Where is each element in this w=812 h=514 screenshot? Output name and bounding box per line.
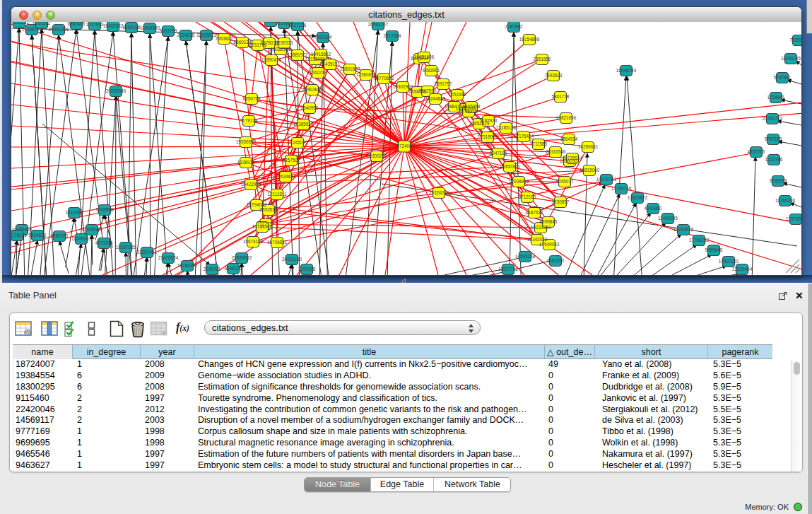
svg-text:5862590: 5862590 <box>419 88 437 93</box>
svg-text:11890415: 11890415 <box>261 57 281 62</box>
svg-text:7051698: 7051698 <box>449 92 466 97</box>
svg-text:14168360: 14168360 <box>252 224 273 229</box>
svg-text:9787189: 9787189 <box>765 136 782 141</box>
svg-text:1060238: 1060238 <box>310 70 327 75</box>
svg-text:8950025: 8950025 <box>51 233 69 238</box>
svg-text:7893523: 7893523 <box>545 73 563 78</box>
svg-text:11440395: 11440395 <box>658 216 678 221</box>
svg-text:5182974: 5182974 <box>480 118 498 123</box>
svg-text:20930932: 20930932 <box>232 255 252 260</box>
svg-text:15674106: 15674106 <box>243 239 264 244</box>
svg-text:6193352: 6193352 <box>33 22 51 25</box>
svg-text:13520484: 13520484 <box>732 267 753 271</box>
svg-text:12342033: 12342033 <box>527 237 548 242</box>
svg-text:8963198: 8963198 <box>123 25 141 30</box>
svg-text:10784292: 10784292 <box>177 263 198 268</box>
svg-text:19350306: 19350306 <box>500 164 520 169</box>
svg-text:10821696: 10821696 <box>556 115 577 120</box>
svg-text:5767691: 5767691 <box>774 75 792 80</box>
svg-text:2351856: 2351856 <box>534 57 551 62</box>
svg-text:16815060: 16815060 <box>579 168 600 173</box>
svg-text:7357224: 7357224 <box>314 35 332 40</box>
svg-text:18291145: 18291145 <box>781 56 801 61</box>
svg-text:4871109: 4871109 <box>95 240 113 245</box>
svg-text:5708319: 5708319 <box>460 109 478 114</box>
svg-text:16244848: 16244848 <box>425 96 446 101</box>
svg-text:19634832: 19634832 <box>276 174 296 179</box>
svg-text:11249063: 11249063 <box>71 236 91 241</box>
svg-text:10365919: 10365919 <box>293 122 314 127</box>
svg-text:12111811: 12111811 <box>267 192 286 197</box>
svg-text:16706811: 16706811 <box>267 240 287 245</box>
svg-text:18794082: 18794082 <box>247 202 267 207</box>
svg-text:7591757: 7591757 <box>435 81 452 86</box>
svg-text:11176276: 11176276 <box>11 233 27 238</box>
svg-text:6982485: 6982485 <box>68 22 86 26</box>
svg-text:13185138: 13185138 <box>496 125 517 130</box>
svg-text:2417384: 2417384 <box>384 33 401 38</box>
svg-text:9499648: 9499648 <box>705 247 723 252</box>
svg-text:4342860: 4342860 <box>645 206 662 211</box>
svg-text:21903632: 21903632 <box>302 87 323 92</box>
svg-text:7535001: 7535001 <box>790 37 801 42</box>
svg-text:6047195: 6047195 <box>490 151 507 156</box>
svg-text:4652290: 4652290 <box>547 258 565 263</box>
svg-text:14101131: 14101131 <box>11 22 29 25</box>
svg-text:7179138: 7179138 <box>240 118 258 123</box>
svg-text:10293676: 10293676 <box>673 227 694 232</box>
svg-text:21470524: 21470524 <box>158 255 179 260</box>
svg-text:17318905: 17318905 <box>478 134 498 139</box>
svg-text:1316094: 1316094 <box>66 210 83 215</box>
svg-text:10055605: 10055605 <box>12 227 33 232</box>
svg-text:21435151: 21435151 <box>320 62 341 66</box>
svg-text:12008946: 12008946 <box>509 179 529 184</box>
svg-text:21761722: 21761722 <box>763 116 783 121</box>
svg-text:4487522: 4487522 <box>526 210 543 215</box>
svg-text:18156086: 18156086 <box>305 57 326 62</box>
svg-text:2553539: 2553539 <box>260 207 278 212</box>
svg-text:7663822: 7663822 <box>216 36 233 41</box>
svg-text:9824650: 9824650 <box>29 233 47 238</box>
svg-text:2524238: 2524238 <box>177 33 195 37</box>
svg-text:20421180: 20421180 <box>282 257 302 262</box>
svg-text:13939049: 13939049 <box>82 227 102 232</box>
svg-text:16402632: 16402632 <box>103 23 124 28</box>
svg-text:7711585: 7711585 <box>530 141 548 146</box>
svg-text:17549083: 17549083 <box>539 242 560 247</box>
svg-text:18434980: 18434980 <box>140 25 160 30</box>
svg-text:1522786: 1522786 <box>765 157 783 162</box>
svg-text:5801778: 5801778 <box>552 94 570 99</box>
svg-text:3864924: 3864924 <box>560 136 578 141</box>
svg-text:14879761: 14879761 <box>596 177 617 182</box>
svg-text:9208996: 9208996 <box>96 207 114 212</box>
svg-text:15770693: 15770693 <box>374 76 394 81</box>
svg-text:14507320: 14507320 <box>719 259 739 264</box>
svg-text:18724007: 18724007 <box>394 144 415 148</box>
svg-text:20053346: 20053346 <box>106 88 126 93</box>
svg-text:11760206: 11760206 <box>775 198 795 203</box>
svg-text:10416652: 10416652 <box>311 52 331 57</box>
svg-text:20991406: 20991406 <box>49 27 69 32</box>
svg-text:16648784: 16648784 <box>616 68 637 73</box>
svg-text:4857765: 4857765 <box>748 149 765 154</box>
svg-text:1017933: 1017933 <box>86 22 104 27</box>
svg-text:16422953: 16422953 <box>241 182 261 187</box>
svg-text:17795749: 17795749 <box>611 186 632 191</box>
svg-text:6566226: 6566226 <box>225 266 242 271</box>
svg-text:14055714: 14055714 <box>22 27 42 32</box>
svg-text:1865998: 1865998 <box>463 104 481 109</box>
svg-text:15302909: 15302909 <box>393 84 413 89</box>
svg-text:11017722: 11017722 <box>498 267 518 271</box>
svg-text:6356759: 6356759 <box>243 96 261 101</box>
svg-text:1209198: 1209198 <box>298 267 316 271</box>
svg-text:1540956: 1540956 <box>301 105 319 110</box>
svg-text:5163759: 5163759 <box>160 28 177 33</box>
svg-text:6027226: 6027226 <box>289 23 307 28</box>
svg-text:17573003: 17573003 <box>786 216 801 221</box>
svg-text:20564107: 20564107 <box>368 22 389 27</box>
svg-text:1734641: 1734641 <box>767 95 785 100</box>
svg-text:17700252: 17700252 <box>689 238 710 243</box>
svg-text:8599845: 8599845 <box>540 219 558 224</box>
svg-text:19326019: 19326019 <box>429 190 449 195</box>
svg-text:14726914: 14726914 <box>563 156 583 160</box>
